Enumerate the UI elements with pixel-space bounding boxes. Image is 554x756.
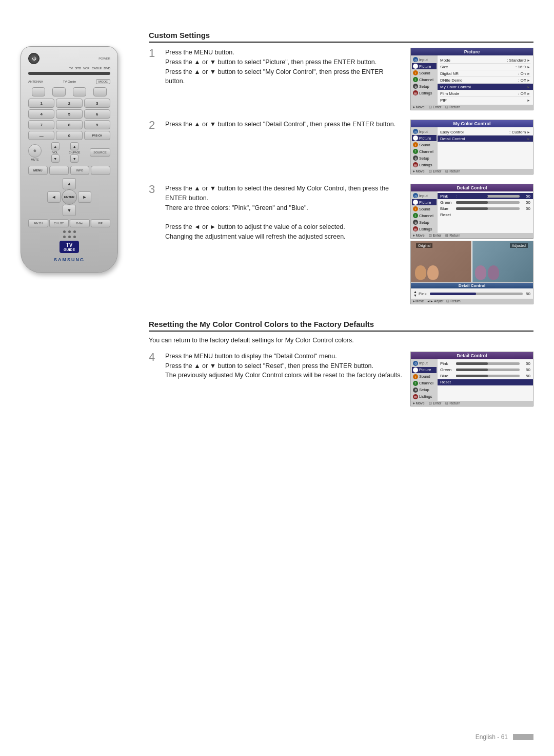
btn-2[interactable] [52,87,66,96]
pip-row: PIP ► [440,97,530,103]
vol-arrows: ▲ VOL ▼ [51,142,60,163]
detail-screen-body: ◎ Input ▣ Picture ♪ Soun [411,191,533,233]
step-2-text: Press the ▲ or ▼ button to select "Detai… [165,120,404,129]
info-button[interactable]: INFO [70,166,90,175]
step-4-row: 4 Press the MENU button to display the "… [149,352,533,406]
num-1[interactable]: 1 [28,99,54,108]
sidebar-channel-3: ≡ Channel [412,212,437,219]
ch-down[interactable]: ▼ [70,154,78,163]
sidebar-input: ◎ Input [412,56,437,63]
reset-description: You can return to the factory default se… [149,336,533,345]
pink-slider-bar [456,195,520,198]
picture-icon-2: ▣ [413,135,418,141]
chlist-button[interactable]: CH LIST [49,219,69,227]
pip-button[interactable]: PIP [91,219,111,227]
photo-pink-value: 50 [526,292,530,296]
num-2[interactable]: 2 [56,99,82,108]
input-icon-2: ◎ [413,129,418,134]
dnitedemo-row: DNite Demo : Off ► [440,77,530,84]
num-3[interactable]: 3 [84,99,110,108]
instructions-block: 1 Press the MENU button. Press the ▲ or … [149,48,533,304]
func-btn-4[interactable] [91,166,110,175]
sound-icon-4: ♪ [413,374,418,379]
mycolorcontrol-row: My Color Control ► [438,84,533,90]
num-6[interactable]: 6 [84,109,110,119]
tv-sidebar-1: ◎ Input ▣ Picture ♪ Sound [411,55,438,105]
power-label: POWER [98,57,110,60]
favch-button[interactable]: FAV.CH [28,219,48,227]
tvguide-label: TV Guide [63,80,76,83]
tv-sidebar-4: ◎ Input ▣ Picture ♪ Sound [411,359,438,401]
custom-settings-title: Custom Settings [149,31,533,43]
reset-row-4: Reset [438,379,533,385]
step-1-number: 1 [149,48,159,59]
tv-sidebar-2: ◎ Input ▣ Picture ♪ Sound [411,127,438,169]
green-slider-fill-2 [456,369,488,371]
number-grid: 1 2 3 4 5 6 7 8 9 — 0 PRE-CH [28,99,110,140]
dpad-left[interactable]: ◄ [47,191,61,203]
step-1-row: 1 Press the MENU button. Press the ▲ or … [149,48,533,110]
blue-slider-bar-2 [456,375,520,377]
photo-arrow-up: ▲▼ [413,290,417,297]
source-labels: TV STB VCR CABLE DVD [28,67,110,70]
listings-icon-2: ▤ [413,162,418,167]
led-dots-2 [28,236,110,238]
remote-control: ⏻ POWER TV STB VCR CABLE DVD ANTENNA TV … [21,46,118,273]
num-prech[interactable]: PRE-CH [84,131,110,140]
tv-label: TV [69,67,73,70]
vol-down[interactable]: ▼ [51,154,60,163]
reset-screen-header: Detail Control [411,352,533,359]
source-button[interactable]: SOURCE [90,148,110,157]
dpad-down[interactable]: ▼ [63,205,76,216]
green-slider-row-2: Green 50 [440,367,530,373]
page-footer: English - 61 [476,733,533,741]
green-slider-row: Green 50 [440,199,530,205]
dpad: ▲ ◄ ENTER ► ▼ [46,178,92,216]
btn-1[interactable] [32,87,45,96]
dpad-right[interactable]: ► [78,191,91,203]
detail-screen-header: Detail Control [411,184,533,191]
led-dots [28,230,110,233]
blue-slider-fill-2 [456,375,488,377]
power-button[interactable]: ⏻ [28,53,39,64]
digitalnr-row: Digital NR : On ► [440,70,530,77]
setup-icon-3: ⚙ [413,220,418,225]
picture-screen-header: Picture [411,48,533,55]
face-1 [415,265,426,280]
btn-4[interactable] [93,87,107,96]
green-slider-bar [456,201,520,204]
step-3-screens: Detail Control ◎ Input ▣ Pictur [410,184,533,304]
mute-label: MUTE [31,158,39,161]
picture-menu-main: Mode : Standard ► Size : 16:9 ► Digital … [438,55,533,105]
dpad-up[interactable]: ▲ [63,178,76,189]
vol-up[interactable]: ▲ [51,142,60,150]
enter-button[interactable]: ENTER [62,189,77,205]
mute-button[interactable]: ⊗ [28,144,42,158]
vcr-label: VCR [83,67,90,70]
ch-up[interactable]: ▲ [70,142,78,150]
num-8[interactable]: 8 [56,120,82,129]
input-icon: ◎ [413,57,418,62]
mode-button[interactable]: MODE [96,79,110,84]
menu-button[interactable]: MENU [28,166,48,175]
num-5[interactable]: 5 [56,109,82,119]
reset-section-title: Resetting the My Color Control Colors to… [149,320,533,332]
picture-screen-body: ◎ Input ▣ Picture ♪ Sound [411,55,533,105]
sidebar-picture-3: ▣ Picture [412,199,437,205]
picture-menu-screen: Picture ◎ Input ▣ Picture [410,48,533,110]
num-7[interactable]: 7 [28,120,54,129]
dot-3 [73,230,76,233]
green-slider-fill [456,201,488,204]
listings-icon-4: ▤ [413,394,418,399]
dnet-button[interactable]: D-Net [70,219,90,227]
num-9[interactable]: 9 [84,120,110,129]
num-dash[interactable]: — [28,131,54,140]
face-3 [475,265,486,280]
btn-3[interactable] [73,87,86,96]
ch-arrows: ▲ CH/PAGE ▼ [69,142,80,163]
num-0[interactable]: 0 [56,131,82,140]
num-4[interactable]: 4 [28,109,54,119]
face-2 [427,265,439,280]
func-btn-2[interactable] [49,166,69,175]
mycolor-screen-body: ◎ Input ▣ Picture ♪ Sound [411,127,533,169]
